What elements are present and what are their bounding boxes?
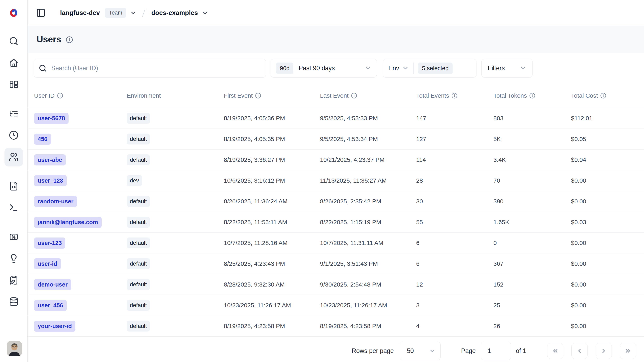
page-number-input[interactable] (481, 342, 511, 360)
user-id-badge[interactable]: user_456 (34, 300, 67, 311)
environment-badge: default (127, 196, 150, 207)
chevrons-left-icon (552, 347, 559, 354)
user-id-badge[interactable]: your-user-id (34, 321, 76, 332)
clock-icon (9, 130, 18, 141)
column-header-environment[interactable]: Environment (127, 92, 224, 99)
user-id-badge[interactable]: user-abc (34, 154, 66, 165)
table-row[interactable]: 456 default 8/19/2025, 4:05:35 PM 9/5/20… (28, 129, 644, 150)
table-row[interactable]: user_456 default 10/23/2025, 11:26:17 AM… (28, 295, 644, 316)
sidebar-item-evaluation[interactable] (0, 226, 28, 248)
user-id-cell: user-abc (34, 154, 127, 165)
page-title-info-icon[interactable] (66, 36, 73, 43)
user-avatar[interactable] (7, 341, 22, 356)
column-header-total-events[interactable]: Total Events (416, 92, 494, 99)
info-icon[interactable] (57, 93, 63, 99)
environment-badge: default (127, 134, 150, 145)
chevron-down-icon (365, 65, 372, 72)
first-event-cell: 8/26/2025, 11:36:24 AM (224, 198, 320, 205)
sidebar-item-dashboards[interactable] (0, 74, 28, 96)
langfuse-logo[interactable] (0, 0, 28, 26)
first-event-cell: 8/19/2025, 4:05:36 PM (224, 115, 320, 122)
environment-badge: default (127, 300, 150, 311)
info-icon[interactable] (351, 93, 357, 99)
project-chevron-down-icon[interactable] (202, 10, 208, 16)
info-icon[interactable] (529, 93, 535, 99)
time-range-button[interactable]: 90d Past 90 days (270, 59, 377, 78)
environment-cell: default (127, 154, 224, 165)
sidebar-item-search[interactable] (0, 31, 28, 52)
user-id-badge[interactable]: 456 (34, 134, 51, 145)
rows-per-page-select[interactable]: 50 (400, 342, 440, 360)
sidebar-item-sessions[interactable] (0, 125, 28, 146)
toolbar: 90d Past 90 days Env 5 selected Filters (28, 53, 644, 83)
total-tokens-cell: 0 (494, 239, 571, 246)
user-id-badge[interactable]: user-id (34, 258, 61, 269)
next-page-button[interactable] (596, 343, 612, 359)
total-cost-cell: $0.04 (571, 156, 644, 163)
sidebar-item-insights[interactable] (0, 248, 28, 270)
org-chevron-down-icon[interactable] (130, 10, 137, 16)
sidebar-item-datasets[interactable] (0, 291, 28, 313)
column-header-user-id[interactable]: User ID (34, 92, 127, 99)
total-cost-cell: $0.05 (571, 136, 644, 142)
sidebar-item-playground[interactable] (0, 197, 28, 219)
table-row[interactable]: jannik@langfuse.com default 8/22/2025, 1… (28, 212, 644, 233)
user-id-cell: random-user (34, 196, 127, 207)
environment-cell: default (127, 237, 224, 248)
rows-per-page-value: 50 (407, 347, 414, 354)
user-id-badge[interactable]: user_123 (34, 175, 67, 186)
last-event-cell: 10/21/2025, 4:23:37 PM (320, 156, 416, 163)
total-events-cell: 114 (416, 156, 494, 163)
info-icon[interactable] (255, 93, 261, 99)
info-icon[interactable] (452, 93, 458, 99)
divider (413, 63, 414, 74)
sidebar-item-tracing[interactable] (0, 103, 28, 125)
page-count-label: of 1 (516, 347, 526, 354)
last-event-cell: 9/5/2025, 4:53:34 PM (320, 136, 416, 142)
column-header-total-tokens[interactable]: Total Tokens (494, 92, 571, 99)
sidebar-toggle-icon[interactable] (36, 8, 46, 18)
sidebar-item-home[interactable] (0, 52, 28, 74)
table-row[interactable]: user-abc default 8/19/2025, 3:36:27 PM 1… (28, 150, 644, 170)
column-header-last-event[interactable]: Last Event (320, 92, 416, 99)
user-id-badge[interactable]: user-123 (34, 237, 65, 249)
table-row[interactable]: user_123 dev 10/6/2025, 3:16:12 PM 11/13… (28, 170, 644, 191)
list-tree-icon (9, 109, 18, 119)
user-id-badge[interactable]: jannik@langfuse.com (34, 217, 102, 228)
table-row[interactable]: demo-user default 8/28/2025, 9:32:30 AM … (28, 274, 644, 295)
sidebar-item-users[interactable] (0, 146, 28, 168)
sidebar-item-prompts[interactable] (0, 176, 28, 197)
last-event-cell: 8/26/2025, 2:35:42 PM (320, 198, 416, 205)
total-events-cell: 28 (416, 177, 494, 184)
org-name[interactable]: langfuse-dev (60, 9, 100, 17)
sidebar-item-annotation[interactable] (0, 270, 28, 291)
environment-badge: default (127, 217, 150, 228)
column-header-total-cost[interactable]: Total Cost (571, 92, 644, 99)
total-events-cell: 127 (416, 136, 494, 142)
environment-cell: default (127, 279, 224, 290)
table-row[interactable]: user-5678 default 8/19/2025, 4:05:36 PM … (28, 108, 644, 129)
table-row[interactable]: random-user default 8/26/2025, 11:36:24 … (28, 191, 644, 212)
total-tokens-cell: 152 (494, 281, 571, 288)
total-events-cell: 4 (416, 323, 494, 329)
total-events-cell: 55 (416, 219, 494, 226)
column-header-first-event[interactable]: First Event (224, 92, 320, 99)
user-id-badge[interactable]: random-user (34, 196, 77, 207)
environment-filter-button[interactable]: Env 5 selected (383, 59, 476, 78)
user-id-badge[interactable]: user-5678 (34, 113, 68, 124)
user-id-cell: 456 (34, 134, 127, 145)
previous-page-button[interactable] (572, 343, 588, 359)
table-row[interactable]: your-user-id default 8/19/2025, 4:23:58 … (28, 316, 644, 336)
table-row[interactable]: user-123 default 10/7/2025, 11:28:16 AM … (28, 233, 644, 253)
last-page-button[interactable] (620, 343, 636, 359)
project-name[interactable]: docs-examples (151, 9, 198, 17)
last-event-cell: 8/19/2025, 4:23:58 PM (320, 323, 416, 329)
user-id-badge[interactable]: demo-user (34, 279, 71, 290)
search-input[interactable] (51, 65, 261, 72)
table-row[interactable]: user-id default 8/25/2025, 4:23:43 PM 9/… (28, 253, 644, 274)
filters-button[interactable]: Filters (482, 59, 532, 78)
info-icon[interactable] (600, 93, 606, 99)
environment-badge: dev (127, 175, 142, 186)
total-tokens-cell: 70 (494, 177, 571, 184)
first-page-button[interactable] (547, 343, 563, 359)
